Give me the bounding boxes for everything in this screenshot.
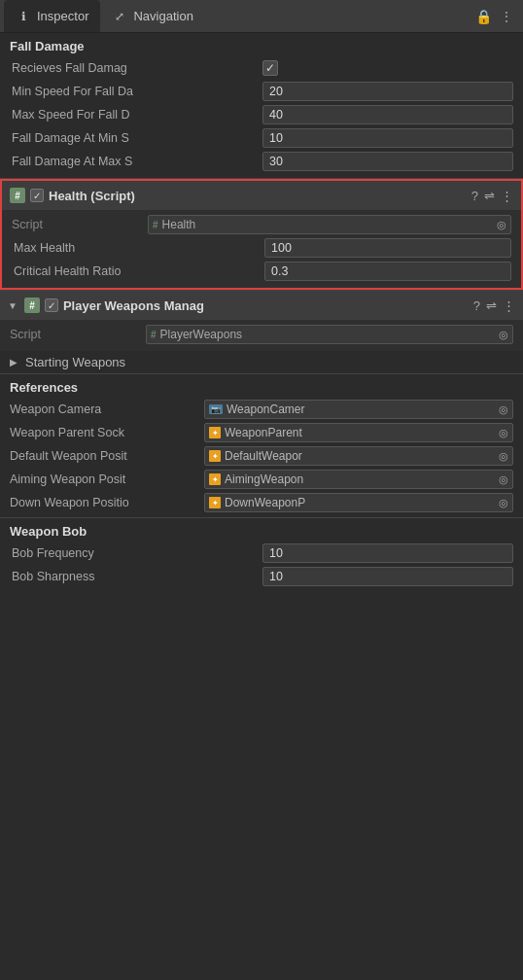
prop-label-weapon-camera: Weapon Camera	[10, 402, 204, 416]
prop-value-bob-sharpness[interactable]: 10	[262, 567, 513, 586]
property-row-damage-max: Fall Damage At Max S 30	[10, 151, 513, 172]
prop-label-weapon-parent: Weapon Parent Sock	[10, 426, 204, 439]
prop-label-critical-health: Critical Health Ratio	[12, 264, 264, 278]
player-weapons-menu-icon[interactable]: ⋮	[503, 298, 515, 313]
weapon-parent-value-text: WeaponParent	[225, 426, 495, 439]
property-row-bob-frequency: Bob Frequency 10	[10, 542, 513, 564]
collapse-arrow-icon[interactable]: ▼	[8, 300, 17, 311]
player-weapons-script-text: PlayerWeapons	[160, 328, 495, 341]
health-help-icon[interactable]: ?	[471, 189, 478, 203]
player-weapons-settings-icon[interactable]: ⇌	[486, 298, 497, 313]
inspector-icon: ℹ	[16, 9, 31, 24]
starting-weapons-label: Starting Weapons	[25, 355, 125, 369]
down-weapon-value-text: DownWeaponP	[225, 496, 495, 509]
navigation-tab-label: Navigation	[133, 9, 192, 23]
tab-inspector[interactable]: ℹ Inspector	[4, 0, 100, 32]
weapon-camera-target-icon[interactable]: ◎	[499, 403, 508, 416]
aiming-weapon-target-icon[interactable]: ◎	[499, 473, 508, 486]
prop-value-damage-min[interactable]: 10	[262, 128, 513, 148]
prop-value-max-speed[interactable]: 40	[262, 105, 513, 124]
player-weapons-body: Script # PlayerWeapons ◎	[0, 320, 523, 351]
inspector-tab-label: Inspector	[37, 9, 88, 23]
starting-weapons-row: ▶ Starting Weapons	[0, 351, 523, 373]
prop-label-bob-sharpness: Bob Sharpness	[10, 570, 262, 583]
property-row-weapon-camera: Weapon Camera 📷 WeaponCamer ◎	[10, 399, 513, 420]
health-script-value-text: Health	[162, 218, 493, 231]
health-script-label: Script	[12, 218, 148, 231]
prop-label-down-weapon: Down Weapon Positio	[10, 496, 204, 509]
prop-value-min-speed[interactable]: 20	[262, 82, 513, 101]
player-weapons-target-icon[interactable]: ◎	[499, 329, 508, 341]
weapon-parent-target-icon[interactable]: ◎	[499, 427, 508, 439]
player-weapons-checkbox[interactable]: ✓	[45, 298, 58, 312]
prop-value-damage-max[interactable]: 30	[262, 152, 513, 171]
camera-icon: 📷	[209, 404, 223, 414]
weapon-bob-section: Weapon Bob Bob Frequency 10 Bob Sharpnes…	[0, 518, 523, 593]
property-row-min-speed: Min Speed For Fall Da 20	[10, 81, 513, 102]
property-row-max-speed: Max Speed For Fall D 40	[10, 104, 513, 125]
property-row-critical-health: Critical Health Ratio 0.3	[12, 261, 511, 282]
header-right-actions: 🔒 ⋮	[475, 9, 519, 24]
prop-value-aiming-weapon[interactable]: ✦ AimingWeapon ◎	[204, 470, 513, 489]
transform-icon-4: ✦	[209, 497, 221, 508]
health-script-row: Script # Health ◎	[12, 214, 511, 235]
prop-value-critical-health[interactable]: 0.3	[264, 262, 511, 281]
property-row-max-health: Max Health 100	[12, 237, 511, 259]
references-title: References	[10, 380, 513, 395]
default-weapon-target-icon[interactable]: ◎	[499, 450, 508, 463]
fall-damage-section: Fall Damage Recieves Fall Damag ✓ Min Sp…	[0, 33, 523, 178]
health-settings-icon[interactable]: ⇌	[484, 189, 495, 203]
health-component-actions: ? ⇌ ⋮	[471, 189, 513, 203]
prop-value-max-health[interactable]: 100	[264, 238, 511, 258]
player-weapons-hash-icon: #	[24, 298, 40, 313]
property-row-down-weapon: Down Weapon Positio ✦ DownWeaponP ◎	[10, 492, 513, 513]
health-component-checkbox[interactable]: ✓	[30, 189, 44, 202]
health-checkbox-check: ✓	[33, 191, 41, 201]
property-row-bob-sharpness: Bob Sharpness 10	[10, 566, 513, 587]
player-weapons-script-value[interactable]: # PlayerWeapons ◎	[146, 325, 513, 344]
navigation-icon: ⤢	[112, 9, 127, 24]
inspector-content: Fall Damage Recieves Fall Damag ✓ Min Sp…	[0, 33, 523, 593]
property-row-default-weapon: Default Weapon Posit ✦ DefaultWeapor ◎	[10, 445, 513, 467]
transform-icon-2: ✦	[209, 450, 221, 462]
property-row-receives-fall-damage: Recieves Fall Damag ✓	[10, 57, 513, 79]
player-weapons-title: Player Weapons Manag	[63, 298, 469, 313]
player-weapons-script-label: Script	[10, 328, 146, 341]
prop-value-bob-frequency[interactable]: 10	[262, 543, 513, 563]
health-script-value[interactable]: # Health ◎	[148, 215, 511, 234]
player-weapons-check: ✓	[48, 300, 55, 311]
player-weapons-header: ▼ # ✓ Player Weapons Manag ? ⇌ ⋮	[0, 291, 523, 320]
prop-label-bob-frequency: Bob Frequency	[10, 546, 262, 560]
player-weapons-help-icon[interactable]: ?	[473, 298, 480, 313]
weapon-camera-value-text: WeaponCamer	[227, 402, 495, 416]
prop-label-default-weapon: Default Weapon Posit	[10, 449, 204, 463]
property-row-aiming-weapon: Aiming Weapon Posit ✦ AimingWeapon ◎	[10, 469, 513, 490]
prop-label-min-speed: Min Speed For Fall Da	[10, 85, 262, 98]
starting-weapons-arrow-icon[interactable]: ▶	[10, 357, 17, 368]
transform-icon-1: ✦	[209, 427, 221, 438]
tab-navigation[interactable]: ⤢ Navigation	[100, 0, 204, 32]
weapon-bob-title: Weapon Bob	[10, 524, 513, 539]
prop-value-down-weapon[interactable]: ✦ DownWeaponP ◎	[204, 493, 513, 512]
prop-label-damage-max: Fall Damage At Max S	[10, 155, 262, 168]
property-row-weapon-parent: Weapon Parent Sock ✦ WeaponParent ◎	[10, 422, 513, 443]
prop-value-weapon-camera[interactable]: 📷 WeaponCamer ◎	[204, 400, 513, 419]
prop-value-weapon-parent[interactable]: ✦ WeaponParent ◎	[204, 423, 513, 442]
property-row-damage-min: Fall Damage At Min S 10	[10, 127, 513, 149]
fall-damage-title: Fall Damage	[10, 39, 513, 53]
down-weapon-target-icon[interactable]: ◎	[499, 497, 508, 509]
player-weapons-script-row: Script # PlayerWeapons ◎	[10, 324, 513, 345]
checkbox-receives-fall-damage[interactable]: ✓	[262, 60, 278, 76]
health-hash-icon: #	[10, 188, 25, 203]
aiming-weapon-value-text: AimingWeapon	[225, 472, 495, 486]
prop-value-default-weapon[interactable]: ✦ DefaultWeapor ◎	[204, 446, 513, 466]
references-section: References Weapon Camera 📷 WeaponCamer ◎…	[0, 374, 523, 517]
prop-label-receives-fall-damage: Recieves Fall Damag	[10, 61, 262, 75]
header-tabs: ℹ Inspector ⤢ Navigation 🔒 ⋮	[0, 0, 523, 33]
health-script-header: # ✓ Health (Script) ? ⇌ ⋮	[2, 181, 521, 210]
health-target-icon[interactable]: ◎	[497, 219, 506, 231]
menu-icon[interactable]: ⋮	[500, 9, 513, 24]
player-weapons-script-hash: #	[151, 330, 157, 340]
lock-icon[interactable]: 🔒	[475, 9, 492, 24]
health-menu-icon[interactable]: ⋮	[501, 189, 513, 203]
